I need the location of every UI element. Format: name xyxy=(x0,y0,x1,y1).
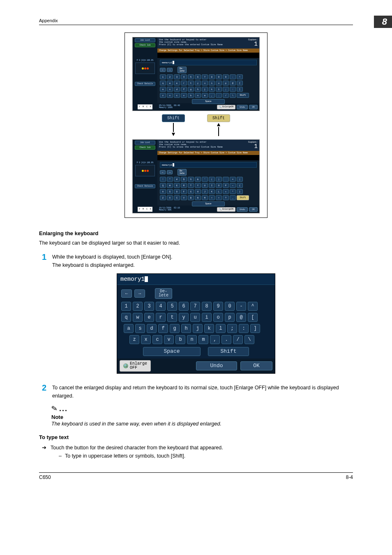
delete-btn[interactable]: De- lete xyxy=(178,169,187,176)
key-0[interactable]: 0 xyxy=(225,302,235,311)
key-x[interactable]: x xyxy=(141,335,151,344)
key-}[interactable]: } xyxy=(237,189,243,194)
key-/[interactable]: / xyxy=(233,335,243,344)
key-n[interactable]: n xyxy=(195,93,201,98)
key-m[interactable]: m xyxy=(202,93,208,98)
key-8[interactable]: 8 xyxy=(202,302,212,311)
key-@[interactable]: @ xyxy=(236,313,246,322)
key-e[interactable]: e xyxy=(144,313,154,322)
key-e[interactable]: e xyxy=(174,81,180,86)
key-*[interactable]: * xyxy=(230,189,236,194)
key-![interactable]: ! xyxy=(160,177,166,182)
enlarge-off-btn[interactable]: 🔍Enlarge OFF xyxy=(120,360,151,372)
key-z[interactable]: z xyxy=(160,93,166,98)
key- [interactable] xyxy=(223,177,229,182)
key-k[interactable]: k xyxy=(209,87,215,92)
key-Z[interactable]: Z xyxy=(160,195,166,200)
check-job-btn[interactable]: Check Job xyxy=(135,43,155,47)
key-"[interactable]: " xyxy=(167,177,173,182)
key-v[interactable]: v xyxy=(181,93,187,98)
key-3[interactable]: 3 xyxy=(144,302,154,311)
key-o[interactable]: o xyxy=(216,81,222,86)
caret-left-icon[interactable]: ← xyxy=(160,170,166,174)
enlarged-input[interactable]: memory1 xyxy=(117,274,275,285)
caret-left-icon[interactable]: ← xyxy=(121,289,132,298)
enlarge-on-btn[interactable]: 🔍EnlargeON xyxy=(217,207,235,212)
key-J[interactable]: J xyxy=(202,189,208,194)
key-/[interactable]: / xyxy=(223,93,229,98)
key-C[interactable]: C xyxy=(174,195,180,200)
key-n[interactable]: n xyxy=(187,335,197,344)
delete-btn[interactable]: De- lete xyxy=(178,67,187,73)
key-X[interactable]: X xyxy=(167,195,173,200)
key-i[interactable]: i xyxy=(209,81,215,86)
key-8[interactable]: 8 xyxy=(209,74,215,79)
ok-btn[interactable]: OK xyxy=(240,361,272,370)
ok-btn[interactable]: OK xyxy=(249,207,258,212)
key-[[interactable]: [ xyxy=(237,81,243,86)
key-^[interactable]: ^ xyxy=(237,74,243,79)
key-F[interactable]: F xyxy=(181,189,187,194)
key-G[interactable]: G xyxy=(188,189,194,194)
key-9[interactable]: 9 xyxy=(216,74,222,79)
key-U[interactable]: U xyxy=(202,183,208,188)
key-j[interactable]: j xyxy=(193,324,203,333)
key-j[interactable]: j xyxy=(202,87,208,92)
key-][interactable]: ] xyxy=(250,324,260,333)
key-Y[interactable]: Y xyxy=(195,183,201,188)
key-s[interactable]: s xyxy=(167,87,173,92)
key--[interactable]: - xyxy=(236,302,246,311)
key-\[interactable]: \ xyxy=(244,335,254,344)
key-h[interactable]: h xyxy=(195,87,201,92)
key-4[interactable]: 4 xyxy=(156,302,166,311)
ok-btn[interactable]: OK xyxy=(249,105,258,109)
key-9[interactable]: 9 xyxy=(213,302,223,311)
key-w[interactable]: w xyxy=(167,81,173,86)
key-t[interactable]: t xyxy=(188,81,194,86)
key-W[interactable]: W xyxy=(167,183,173,188)
key-l[interactable]: l xyxy=(216,324,226,333)
key-1[interactable]: 1 xyxy=(160,74,166,79)
key-a[interactable]: a xyxy=(124,324,134,333)
key-R[interactable]: R xyxy=(181,183,187,188)
key-5[interactable]: 5 xyxy=(167,302,177,311)
key-M[interactable]: M xyxy=(202,195,208,200)
key-%[interactable]: % xyxy=(188,177,194,182)
key-Q[interactable]: Q xyxy=(160,183,166,188)
enlarge-on-btn[interactable]: 🔍EnlargeON xyxy=(217,105,235,109)
key-r[interactable]: r xyxy=(156,313,166,322)
key-V[interactable]: V xyxy=(181,195,187,200)
key-v[interactable]: v xyxy=(164,335,174,344)
key-,[interactable]: , xyxy=(210,335,220,344)
key-^[interactable]: ^ xyxy=(248,302,258,311)
key-3[interactable]: 3 xyxy=(174,74,180,79)
space-key[interactable]: Space xyxy=(143,347,201,356)
key-b[interactable]: b xyxy=(188,93,194,98)
key-7[interactable]: 7 xyxy=(202,74,208,79)
key-_[interactable]: _ xyxy=(230,195,236,200)
job-list-tab[interactable]: Job List xyxy=(135,38,155,42)
key-f[interactable]: f xyxy=(181,87,187,92)
key-][interactable]: ] xyxy=(237,87,243,92)
key-f[interactable]: f xyxy=(158,324,168,333)
key-H[interactable]: H xyxy=(195,189,201,194)
key-q[interactable]: q xyxy=(160,81,166,86)
key-#[interactable]: # xyxy=(174,177,180,182)
key-z[interactable]: z xyxy=(129,335,139,344)
key-$[interactable]: $ xyxy=(181,177,187,182)
key-+[interactable]: + xyxy=(223,189,229,194)
key-B[interactable]: B xyxy=(188,195,194,200)
key-@[interactable]: @ xyxy=(230,81,236,86)
undo-btn[interactable]: Undo xyxy=(196,361,237,370)
name-input[interactable]: memory1 xyxy=(160,60,257,65)
key-A[interactable]: A xyxy=(160,189,166,194)
key-\[interactable]: \ xyxy=(230,93,236,98)
key-h[interactable]: h xyxy=(181,324,191,333)
key-1[interactable]: 1 xyxy=(121,302,131,311)
key-'[interactable]: ' xyxy=(202,177,208,182)
key-;[interactable]: ; xyxy=(223,87,229,92)
caret-left-icon[interactable]: ← xyxy=(160,68,166,72)
key-k[interactable]: k xyxy=(204,324,214,333)
key-u[interactable]: u xyxy=(190,313,200,322)
key-E[interactable]: E xyxy=(174,183,180,188)
